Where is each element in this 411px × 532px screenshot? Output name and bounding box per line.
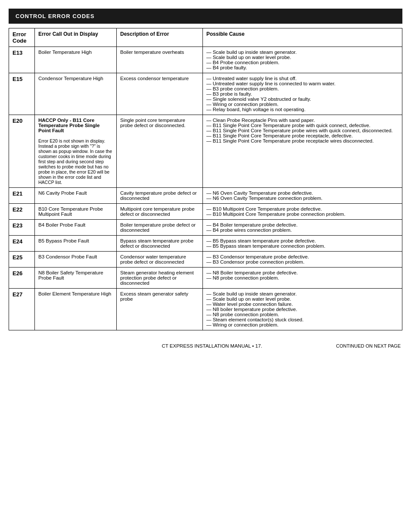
cell-description: Excess steam generator safety probe (117, 289, 203, 330)
cell-description: Single point core temperature probe defe… (117, 115, 203, 188)
table-row: E20HACCP Only - B11 Core Temperature Pro… (9, 115, 402, 188)
cell-error-code: E13 (9, 47, 35, 73)
cell-display: B4 Boiler Probe Fault (35, 220, 117, 236)
cell-cause: — N6 Oven Cavity Temperature probe defec… (203, 188, 402, 204)
cell-display: N8 Boiler Safety Temperature Probe Fault (35, 268, 117, 289)
cell-error-code: E23 (9, 220, 35, 236)
table-row: E22B10 Core Temperature Probe Multipoint… (9, 204, 402, 220)
cell-cause: — B5 Bypass steam temperature probe defe… (203, 236, 402, 252)
table-row: E25B3 Condensor Probe FaultCondensor wat… (9, 252, 402, 268)
col-header-cause: Possible Cause (203, 28, 402, 47)
cell-description: Bypass steam temperature probe defect or… (117, 236, 203, 252)
cell-description: Steam generator heating element protecti… (117, 268, 203, 289)
cell-cause: — Clean Probe Receptacle Pins with sand … (203, 115, 402, 188)
cell-description: Multipoint core temperature probe defect… (117, 204, 203, 220)
cell-cause: — B10 Multipoint Core Temperature probe … (203, 204, 402, 220)
table-row: E23B4 Boiler Probe FaultBoiler temperatu… (9, 220, 402, 236)
cell-cause: — N8 Boiler temperature probe defective.… (203, 268, 402, 289)
table-row: E21N6 Cavity Probe FaultCavity temperatu… (9, 188, 402, 204)
cell-cause: — Untreated water supply line is shut of… (203, 73, 402, 115)
cell-display: N6 Cavity Probe Fault (35, 188, 117, 204)
cell-cause: — Scale build up inside steam generator.… (203, 289, 402, 330)
cell-error-code: E24 (9, 236, 35, 252)
cell-description: Boiler temperature overheats (117, 47, 203, 73)
cell-display: Boiler Temperature High (35, 47, 117, 73)
cell-cause: — B4 Boiler temperature probe defective.… (203, 220, 402, 236)
table-row: E24B5 Bypass Probe FaultBypass steam tem… (9, 236, 402, 252)
cell-description: Condensor water temperature probe defect… (117, 252, 203, 268)
cell-error-code: E15 (9, 73, 35, 115)
col-header-display: Error Call Out in Display (35, 28, 117, 47)
cell-display: Condensor Temperature High (35, 73, 117, 115)
header-title: CONTROL ERROR CODES (16, 13, 94, 19)
page-footer: CT EXPRESS INSTALLATION MANUAL • 17. CON… (9, 343, 402, 348)
cell-error-code: E22 (9, 204, 35, 220)
table-row: E13Boiler Temperature HighBoiler tempera… (9, 47, 402, 73)
error-codes-table: ErrorCode Error Call Out in Display Desc… (9, 28, 402, 330)
cell-display: Boiler Element Temperature High (35, 289, 117, 330)
table-row: E15Condensor Temperature HighExcess cond… (9, 73, 402, 115)
cell-cause: — Scale build up inside steam generator.… (203, 47, 402, 73)
col-header-description: Description of Error (117, 28, 203, 47)
col-header-error-code: ErrorCode (9, 28, 35, 47)
cell-error-code: E26 (9, 268, 35, 289)
cell-cause: — B3 Condensor temperature probe defecti… (203, 252, 402, 268)
cell-error-code: E25 (9, 252, 35, 268)
cell-description: Excess condensor temperature (117, 73, 203, 115)
cell-display: B5 Bypass Probe Fault (35, 236, 117, 252)
footer-center-text: CT EXPRESS INSTALLATION MANUAL • 17. (88, 343, 336, 348)
page-header: CONTROL ERROR CODES (9, 9, 402, 24)
cell-error-code: E27 (9, 289, 35, 330)
cell-description: Boiler temperature probe defect or disco… (117, 220, 203, 236)
cell-description: Cavity temperature probe defect or disco… (117, 188, 203, 204)
cell-display: B10 Core Temperature Probe Multipoint Fa… (35, 204, 117, 220)
footer-right-text: CONTINUED ON NEXT PAGE (336, 343, 401, 348)
cell-display: HACCP Only - B11 Core Temperature Probe … (35, 115, 117, 188)
table-row: E26N8 Boiler Safety Temperature Probe Fa… (9, 268, 402, 289)
cell-display: B3 Condensor Probe Fault (35, 252, 117, 268)
cell-error-code: E21 (9, 188, 35, 204)
table-row: E27Boiler Element Temperature HighExcess… (9, 289, 402, 330)
cell-error-code: E20 (9, 115, 35, 188)
